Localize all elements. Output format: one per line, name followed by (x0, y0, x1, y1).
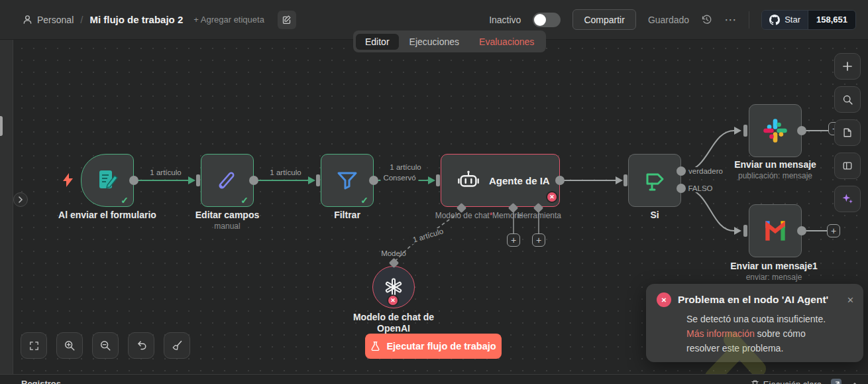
edge-label-items: 1 artículo (387, 163, 423, 171)
workflow-status-label: Inactivo (489, 15, 521, 25)
add-tool-button[interactable]: + (532, 233, 545, 247)
node-label-edit-fields: Editar campos (195, 210, 259, 220)
active-toggle[interactable] (533, 13, 561, 27)
output-port-false[interactable] (677, 184, 686, 193)
node-label-form-trigger: Al enviar el formulario (58, 210, 156, 220)
toast-error-icon: ✕ (657, 292, 671, 307)
github-star-widget[interactable]: Star 158,651 (761, 10, 856, 30)
workflow-title[interactable]: Mi flujo de trabajo 2 (89, 14, 183, 25)
node-gmail[interactable] (749, 204, 802, 257)
toggle-knob (534, 14, 546, 26)
error-badge-icon[interactable]: ✕ (387, 294, 399, 306)
error-badge-icon[interactable]: ✕ (546, 191, 558, 203)
success-check-icon: ✓ (241, 195, 248, 206)
tab-executions[interactable]: Ejecuciones (400, 34, 469, 50)
success-check-icon: ✓ (360, 195, 368, 206)
output-port[interactable] (797, 226, 806, 235)
sidebar-pill (0, 116, 3, 136)
view-tabs: Editor Ejecuciones Evaluaciones (353, 31, 546, 52)
output-port[interactable] (797, 126, 806, 135)
output-port[interactable] (129, 176, 138, 185)
success-check-icon: ✓ (121, 195, 129, 206)
zoom-in-button[interactable] (56, 332, 83, 359)
history-button[interactable] (701, 14, 712, 25)
gmail-icon (761, 219, 789, 243)
github-star-button[interactable]: Star (762, 11, 808, 29)
breadcrumb-project[interactable]: Personal (23, 15, 74, 25)
add-memory-button[interactable]: + (507, 233, 520, 247)
share-button[interactable]: Compartir (572, 9, 635, 30)
expand-logs-button[interactable] (851, 379, 859, 384)
broom-icon (171, 340, 183, 352)
clear-execution-button[interactable]: Ejecución clara (751, 379, 822, 384)
tab-evaluations[interactable]: Evaluaciones (470, 34, 543, 50)
sidebar-expand-button[interactable] (13, 192, 28, 207)
output-port-true[interactable] (677, 166, 686, 176)
fit-view-button[interactable] (21, 332, 47, 359)
run-workflow-button[interactable]: Ejecutar flujo de trabajo (365, 334, 502, 359)
search-icon (842, 94, 853, 105)
note-icon (842, 127, 853, 138)
edit-note-button[interactable] (278, 11, 296, 29)
node-edit-fields[interactable]: ✓ (201, 154, 254, 207)
zoom-out-button[interactable] (92, 332, 119, 359)
output-port[interactable] (555, 176, 565, 185)
node-if[interactable] (628, 154, 681, 207)
node-filter[interactable]: ✓ (321, 154, 374, 207)
github-star-count: 158,651 (808, 11, 855, 29)
open-in-new-icon (834, 381, 840, 384)
node-label-slack: Enviar un mensaje (734, 159, 816, 170)
open-logs-button[interactable] (831, 379, 841, 384)
output-port[interactable] (369, 176, 378, 185)
node-ai-agent[interactable]: Agente de IA (441, 154, 560, 207)
search-canvas-button[interactable] (834, 86, 861, 113)
toast-body: Se detectó una cuota insuficiente. Más i… (686, 312, 854, 355)
node-label-if: Si (650, 210, 659, 220)
undo-button[interactable] (128, 332, 154, 359)
saved-status: Guardado (648, 15, 689, 25)
node-label-filter: Filtrar (334, 210, 360, 220)
add-tag-button[interactable]: + Agregar etiqueta (193, 15, 264, 25)
undo-icon (135, 340, 147, 352)
plus-icon (842, 61, 853, 72)
port-label-model: Modelo (378, 249, 409, 257)
chevron-up-icon (851, 382, 859, 384)
header-separator (749, 11, 749, 29)
output-label-false: FALSO (685, 184, 715, 192)
node-label-ai-agent: Agente de IA (489, 175, 550, 186)
node-label-openai-line2: OpenAI (377, 323, 410, 334)
panel-layout-button[interactable] (834, 153, 861, 179)
port-label-tool: Herramienta (517, 211, 561, 220)
signpost-icon (641, 167, 668, 194)
output-port[interactable] (249, 176, 258, 185)
toast-line3: resolver este problema. (686, 341, 854, 355)
add-node-endpoint[interactable]: + (827, 224, 840, 237)
tab-editor[interactable]: Editor (356, 34, 399, 50)
port-label-chat-model: Modelo de chat* (435, 211, 493, 220)
sticky-note-button[interactable] (834, 119, 861, 146)
chevron-right-icon (17, 196, 24, 203)
pencil-icon (214, 167, 241, 194)
toast-close-button[interactable]: ✕ (843, 295, 854, 305)
logs-panel-bar[interactable]: Registros Ejecución clara (0, 374, 868, 384)
n8n-workflow-editor: 1 artículo 1 artículo 1 artículo Conserv… (0, 0, 868, 384)
slack-icon (762, 117, 788, 144)
tidy-up-button[interactable] (164, 332, 190, 359)
trash-icon (751, 379, 759, 384)
add-node-button[interactable] (834, 53, 861, 80)
toast-title: Problema en el nodo 'AI Agent' (678, 294, 828, 306)
output-label-true: verdadero (686, 167, 726, 175)
history-icon (701, 14, 712, 25)
node-slack[interactable] (749, 104, 802, 157)
breadcrumb-separator: / (80, 14, 83, 25)
node-label-gmail: Enviar un mensaje1 (730, 261, 818, 271)
error-toast: ✕ Problema en el nodo 'AI Agent' ✕ Se de… (646, 284, 863, 362)
ai-assistant-button[interactable] (834, 186, 861, 212)
node-subtitle-slack: publicación: mensaje (738, 171, 812, 180)
node-form-trigger[interactable]: ✓ (81, 154, 134, 207)
more-options-button[interactable]: ⋯ (724, 13, 737, 27)
toast-more-info-link[interactable]: Más información (686, 328, 755, 339)
edge-label-kept: Conservó (380, 174, 418, 182)
person-icon (23, 15, 32, 25)
collapsed-sidebar (0, 40, 13, 384)
